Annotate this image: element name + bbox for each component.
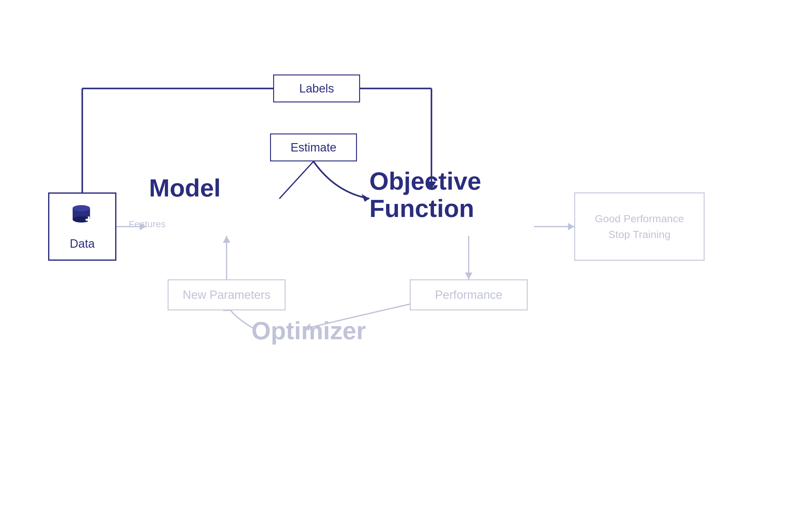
- new-parameters-text: New Parameters: [183, 288, 271, 302]
- estimate-text: Estimate: [291, 141, 336, 154]
- data-label: Data: [70, 237, 95, 250]
- arrows-svg: [0, 0, 812, 532]
- labels-box: Labels: [273, 74, 360, 102]
- good-performance-text: Good Performance Stop Training: [595, 211, 684, 242]
- diagram-container: Data Labels Estimate Model Objective Fun…: [0, 0, 812, 532]
- performance-text: Performance: [435, 288, 503, 302]
- optimizer-label: Optimizer: [251, 317, 366, 345]
- svg-marker-11: [465, 273, 473, 279]
- database-icon: [68, 203, 96, 235]
- objective-function-label: Objective Function: [369, 168, 518, 222]
- good-performance-box: Good Performance Stop Training: [574, 192, 705, 261]
- svg-line-16: [279, 161, 314, 199]
- svg-marker-15: [223, 236, 230, 243]
- performance-box: Performance: [410, 279, 528, 311]
- estimate-box: Estimate: [270, 133, 357, 161]
- model-label: Model: [149, 174, 221, 202]
- svg-marker-7: [362, 194, 369, 202]
- labels-text: Labels: [299, 82, 334, 95]
- new-parameters-box: New Parameters: [168, 279, 286, 311]
- data-box: Data: [48, 192, 116, 261]
- svg-rect-22: [88, 216, 90, 223]
- svg-marker-9: [568, 223, 574, 230]
- features-label: Features: [129, 219, 165, 229]
- svg-point-20: [73, 205, 90, 211]
